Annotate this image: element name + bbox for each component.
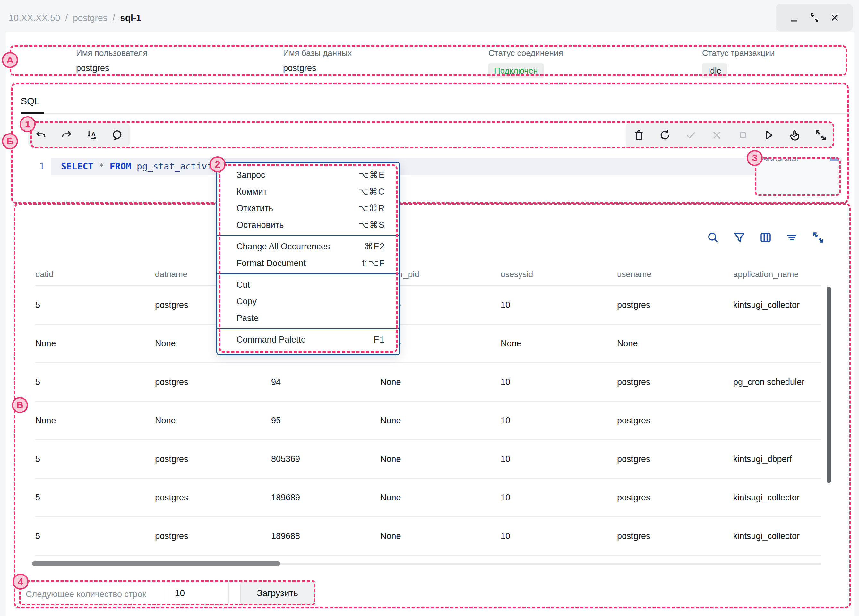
menu-item-label: Коммит [236,187,267,197]
table-cell: postgres [617,531,733,541]
editor-context-menu: Запрос ⌥⌘E Коммит ⌥⌘C Откатить ⌥⌘R Остан… [216,162,400,355]
table-cell: 94 [271,377,380,387]
code-keyword: FROM [110,161,131,172]
table-cell: 5 [35,300,155,310]
breadcrumb-host[interactable]: 10.XX.XX.50 [9,13,60,23]
svg-text:A: A [91,131,95,138]
table-cell: postgres [617,416,733,426]
minimize-button[interactable] [787,11,801,25]
user-label: Имя пользователя [76,48,148,58]
table-cell: 10 [501,493,617,503]
window-titlebar: 10.XX.XX.50 / postgres / sql-1 [0,0,859,32]
table-cell: postgres [155,493,271,503]
menu-divider [217,274,399,274]
comment-button[interactable] [108,127,126,144]
table-cell: 5 [35,493,155,503]
menu-item-paste[interactable]: Paste [217,310,399,327]
refresh-button[interactable] [656,127,673,144]
menu-item-command-palette[interactable]: Command Palette F1 [217,331,399,348]
table-cell: None [380,416,501,426]
menu-item-rollback[interactable]: Откатить ⌥⌘R [217,200,399,217]
editor-code-line[interactable]: SELECT * FROM pg_stat_activity; [61,158,229,175]
breadcrumb-current-tab: sql-1 [120,13,141,23]
tab-sql[interactable]: SQL [20,96,40,106]
menu-item-change-all-occurrences[interactable]: Change All Occurrences ⌘F2 [217,238,399,255]
table-row[interactable]: None None None None None [35,325,822,363]
table-cell: None [380,377,501,387]
hand-pointer-icon [789,129,801,142]
table-row[interactable]: None None 95 None 10 postgres [35,402,822,440]
column-header-usesysid[interactable]: usesysid [501,269,617,279]
menu-item-shortcut: ⇧⌥F [361,258,385,268]
menu-item-cut[interactable]: Cut [217,277,399,293]
menu-item-label: Command Palette [236,335,306,345]
commit-button[interactable] [682,127,700,144]
table-cell: 5 [35,531,155,541]
table-row[interactable]: 5 postgres 189688 None 10 postgres kints… [35,517,822,556]
redo-button[interactable] [58,127,75,144]
editor-toolbar-right [626,123,834,147]
menu-item-shortcut: F1 [373,335,385,345]
table-cell: 5 [35,377,155,387]
menu-item-stop[interactable]: Остановить ⌥⌘S [217,217,399,233]
menu-item-label: Change All Occurrences [236,242,330,252]
editor-minimap[interactable]: FROM pg_stat_activity [755,156,841,196]
expand-icon [812,231,825,244]
column-header-application-name[interactable]: application_name [733,269,822,279]
results-search-button[interactable] [705,230,721,245]
refresh-icon [658,129,671,142]
columns-icon [759,231,772,244]
table-row[interactable]: 5 postgres 189689 None 10 postgres kints… [35,478,822,517]
close-button[interactable] [828,11,842,25]
window-controls [776,4,853,31]
next-rows-input[interactable] [167,582,229,605]
delete-button[interactable] [630,127,648,144]
table-cell: None [35,339,155,349]
sort-format-button[interactable]: A [83,127,100,144]
code-identifier: pg_stat_activity [131,161,223,172]
table-row[interactable]: 5 postgres 805369 None 10 postgres kints… [35,440,822,478]
stop-button[interactable] [734,127,751,144]
table-cell: None [380,531,501,541]
table-cell: kintsugi_collector [733,300,822,310]
run-button[interactable] [760,127,778,144]
menu-item-label: Format Document [236,258,306,268]
rollback-button[interactable] [708,127,726,144]
stop-icon [736,129,749,142]
results-filter-button[interactable] [732,230,747,245]
undo-button[interactable] [33,127,50,144]
column-header-usename[interactable]: usename [617,269,733,279]
editor-toolbar-left: A [28,123,130,147]
run-selection-button[interactable] [786,127,803,144]
minimize-icon [789,12,800,23]
table-cell: kintsugi_collector [733,493,822,503]
next-rows-label: Следующее количество строк [26,589,146,599]
table-cell: 10 [501,454,617,464]
breadcrumb-database[interactable]: postgres [73,13,107,23]
column-header-datid[interactable]: datid [35,269,155,279]
results-columns-button[interactable] [758,230,773,245]
menu-item-query[interactable]: Запрос ⌥⌘E [217,167,399,183]
editor-fullscreen-button[interactable] [812,127,829,144]
menu-item-label: Copy [236,297,257,306]
load-button[interactable]: Загрузить [241,582,315,605]
menu-item-format-document[interactable]: Format Document ⇧⌥F [217,255,399,272]
menu-item-shortcut: ⌥⌘C [358,186,385,197]
menu-item-label: Paste [236,313,259,323]
horizontal-scrollbar-thumb[interactable] [32,561,280,566]
minimap-slider[interactable] [830,158,839,161]
maximize-button[interactable] [807,11,822,25]
menu-item-copy[interactable]: Copy [217,293,399,310]
cancel-icon [711,129,723,142]
menu-item-commit[interactable]: Коммит ⌥⌘C [217,183,399,200]
results-toolbar [705,229,826,246]
vertical-scrollbar[interactable] [826,287,831,483]
table-row[interactable]: 5 postgres None 10 postgres kintsugi_col… [35,286,822,325]
results-rows-button[interactable] [784,230,800,245]
table-row[interactable]: 5 postgres 94 None 10 postgres pg_cron s… [35,363,822,402]
table-cell: postgres [155,377,271,387]
check-icon [684,129,697,142]
menu-item-label: Cut [236,280,250,290]
results-fullscreen-button[interactable] [811,230,826,245]
table-cell: None [35,416,155,426]
